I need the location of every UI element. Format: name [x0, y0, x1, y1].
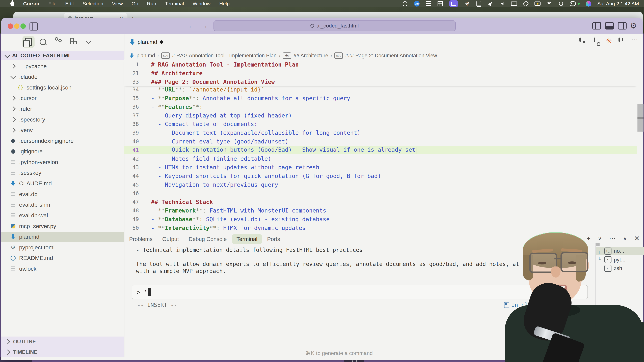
- menu-item-run[interactable]: Run: [147, 1, 156, 6]
- file-tree-item--cursorindexingignore[interactable]: .cursorindexingignore: [1, 136, 124, 146]
- file-tree-item--cursor[interactable]: .cursor: [1, 93, 124, 103]
- extensions-icon[interactable]: [68, 37, 78, 46]
- file-tree-item-mcp-server-py[interactable]: mcp_server.py: [1, 221, 124, 231]
- split-editor-icon[interactable]: [618, 38, 620, 41]
- layout-icon[interactable]: [580, 38, 581, 41]
- zoom-app-icon[interactable]: zm: [414, 1, 420, 7]
- code-line-48[interactable]: 48- **Framework**: FastHTML with Monster…: [124, 206, 637, 215]
- breadcrumb-symbol[interactable]: ### Page 2: Document Annotation View: [345, 53, 437, 59]
- screen-share-icon[interactable]: [449, 1, 458, 7]
- panel-tab-terminal[interactable]: Terminal: [232, 234, 262, 244]
- breadcrumb[interactable]: plan.md›abc# RAG Annotation Tool - Imple…: [129, 51, 437, 60]
- nav-forward-icon[interactable]: →: [201, 22, 208, 30]
- code-line-49[interactable]: 49- **Database**: SQLite (eval.db) - exi…: [124, 215, 637, 224]
- panel-tab-problems[interactable]: Problems: [129, 236, 152, 242]
- code-line-39[interactable]: 39 - Document text (expandable/collapsib…: [124, 128, 637, 137]
- file-tree-item--specstory[interactable]: .specstory: [1, 115, 124, 124]
- sidebar-item-timeline[interactable]: TIMELINE: [1, 347, 124, 357]
- code-line-44[interactable]: 44 - Keyboard shortcuts for quick annota…: [124, 172, 637, 180]
- code-line-43[interactable]: 43 - HTMX for instant updates without pa…: [124, 163, 637, 172]
- shazam-icon[interactable]: [523, 1, 529, 7]
- sticky-scroll-headers[interactable]: 1# RAG Annotation Tool - Implementation …: [124, 59, 637, 86]
- file-tree-item--pycache-[interactable]: __pycache__: [1, 61, 124, 71]
- battery-icon[interactable]: ⚡: [534, 1, 540, 7]
- menu-item-help[interactable]: Help: [219, 1, 230, 6]
- file-tree-item-eval-db[interactable]: eval.db: [1, 189, 124, 199]
- editor-tab-plan-md[interactable]: plan.md: [126, 36, 168, 48]
- nav-back-icon[interactable]: ←: [188, 22, 195, 30]
- toggle-right-panel-icon[interactable]: [618, 22, 626, 29]
- siri-icon[interactable]: [586, 1, 592, 7]
- file-tree-item-eval-db-wal[interactable]: eval.db-wal: [1, 211, 124, 220]
- code-line-41[interactable]: 41 - Quick annotation buttons (Good/Bad)…: [124, 146, 637, 154]
- code-line-47[interactable]: 47## Technical Stack: [124, 198, 637, 206]
- menu-item-edit[interactable]: Edit: [65, 1, 74, 6]
- code-line-34[interactable]: 34- **URL**: `/annotate/{input_id}`: [124, 85, 637, 94]
- code-line-33[interactable]: 33### Page 2: Document Annotation View: [124, 77, 637, 86]
- file-tree-item--ruler[interactable]: .ruler: [1, 104, 124, 114]
- file-tree-item--sesskey[interactable]: .sesskey: [1, 168, 124, 178]
- pointer-icon[interactable]: [488, 1, 494, 7]
- breadcrumb-symbol[interactable]: # RAG Annotation Tool - Implementation P…: [172, 53, 276, 59]
- menu-item-terminal[interactable]: Terminal: [165, 1, 184, 6]
- panel-tab-debug-console[interactable]: Debug Console: [188, 236, 227, 242]
- zoom-traffic-light[interactable]: [20, 23, 26, 29]
- file-tree-item-uv-lock[interactable]: uv.lock: [1, 264, 124, 274]
- unsaved-dot-icon[interactable]: [160, 40, 163, 44]
- list-icon[interactable]: [426, 1, 432, 7]
- file-tree-item--gitignore[interactable]: .gitignore: [1, 147, 124, 156]
- menu-item-view[interactable]: View: [112, 1, 123, 6]
- breadcrumb-symbol[interactable]: ## Architecture: [294, 53, 328, 59]
- code-line-50[interactable]: 50- **Interactivity**: HTMX for dynamic …: [124, 224, 637, 231]
- code-line-42[interactable]: 42 - Notes field (inline editable): [124, 154, 637, 163]
- source-control-icon[interactable]: [53, 37, 63, 46]
- code-line-45[interactable]: 45 - Navigation to next/previous query: [124, 180, 637, 189]
- file-tree-item--venv[interactable]: .venv: [1, 125, 124, 135]
- code-line-37[interactable]: 37 - Query displayed at top (fixed heade…: [124, 111, 637, 120]
- code-line-1[interactable]: 1# RAG Annotation Tool - Implementation …: [124, 60, 637, 69]
- command-search-input[interactable]: ai_coded_fasthtml: [214, 20, 456, 31]
- editor-more-icon[interactable]: ⋯: [631, 36, 638, 43]
- volume-icon[interactable]: [499, 1, 505, 7]
- apple-menu-icon[interactable]: [10, 1, 14, 6]
- code-line-40[interactable]: 40 - Current eval_type (good/bad/unset): [124, 137, 637, 146]
- claude-sparkle-icon[interactable]: ✳: [606, 36, 612, 45]
- spotlight-icon[interactable]: [558, 1, 564, 7]
- window-grid-icon[interactable]: [437, 1, 443, 7]
- code-line-38[interactable]: 38 - Compact table of documents:: [124, 120, 637, 128]
- file-tree-item--claude[interactable]: .claude: [1, 72, 124, 82]
- sidebar-item-outline[interactable]: OUTLINE: [1, 337, 124, 347]
- open-preview-icon[interactable]: [594, 38, 595, 41]
- code-line-36[interactable]: 36- **Features**:: [124, 102, 637, 111]
- minimize-traffic-light[interactable]: [14, 23, 20, 29]
- file-tree-item-plan-md[interactable]: plan.md: [1, 232, 124, 242]
- panel-tab-ports[interactable]: Ports: [267, 236, 280, 242]
- menu-item-file[interactable]: File: [48, 1, 56, 6]
- menu-item-cursor[interactable]: Cursor: [23, 1, 40, 6]
- code-line-21[interactable]: 21## Architecture: [124, 69, 637, 78]
- wifi-icon[interactable]: [546, 1, 552, 7]
- control-center-icon[interactable]: [570, 1, 576, 7]
- file-tree-item-eval-db-shm[interactable]: eval.db-shm: [1, 200, 124, 210]
- file-tree-item-readme-md[interactable]: iREADME.md: [1, 253, 124, 263]
- menu-item-window[interactable]: Window: [193, 1, 211, 6]
- search-view-icon[interactable]: [38, 37, 48, 46]
- toggle-left-panel-icon[interactable]: [592, 22, 601, 29]
- menu-item-go[interactable]: Go: [132, 1, 138, 6]
- menu-item-selection[interactable]: Selection: [82, 1, 103, 6]
- file-tree-item-pyproject-toml[interactable]: ⚙pyproject.toml: [1, 243, 124, 252]
- toggle-bottom-panel-icon[interactable]: [605, 22, 614, 29]
- explorer-root-row[interactable]: AI_CODED_FASTHTML: [1, 51, 124, 60]
- droplet-icon[interactable]: [402, 1, 408, 7]
- sidebar-toggle-icon[interactable]: [30, 22, 38, 30]
- settings-gear-icon[interactable]: ⚙: [630, 21, 637, 30]
- explorer-files-icon[interactable]: [24, 37, 33, 46]
- notch-icon[interactable]: [476, 1, 482, 7]
- file-tree-item--python-version[interactable]: .python-version: [1, 157, 124, 167]
- menubar-clock[interactable]: Sat Aug 2 1:42 AM: [597, 1, 639, 6]
- bed-icon[interactable]: [511, 1, 517, 7]
- keyboard-brightness-icon[interactable]: ✳: [464, 1, 470, 7]
- close-traffic-light[interactable]: [8, 23, 13, 29]
- code-line-35[interactable]: 35- **Purpose**: Annotate all documents …: [124, 94, 637, 103]
- file-tree-item-settings-local-json[interactable]: {}settings.local.json: [1, 83, 124, 92]
